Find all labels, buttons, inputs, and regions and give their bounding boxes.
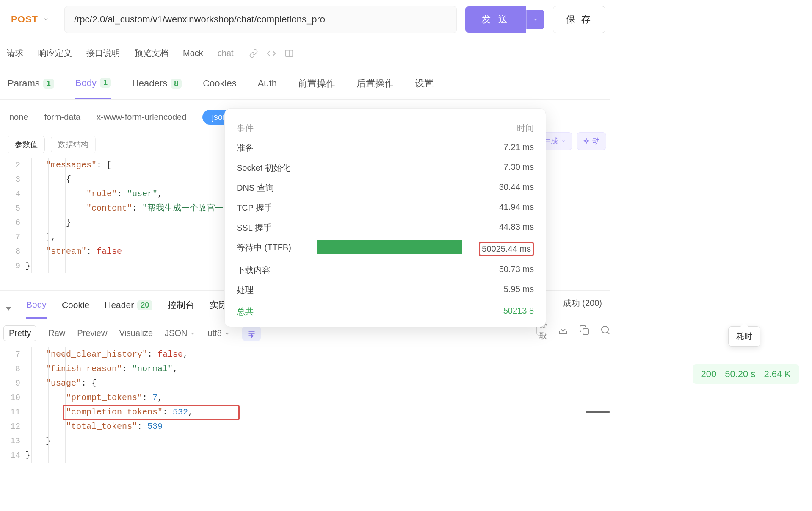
status-code: 200: [701, 369, 717, 380]
ttfb-bar: [317, 240, 462, 254]
resp-tab-console[interactable]: 控制台: [168, 299, 194, 319]
tab-api-desc[interactable]: 接口说明: [86, 46, 121, 61]
search-icon[interactable]: [600, 325, 611, 336]
tab-chat[interactable]: chat: [217, 47, 235, 60]
code-icon[interactable]: [267, 49, 276, 58]
subtab-body-label: Body: [75, 78, 97, 89]
timing-total-label: 总共: [237, 306, 254, 317]
timing-row-label: DNS 查询: [237, 182, 274, 194]
timing-row: TCP 握手41.94 ms: [237, 198, 534, 218]
request-url-input[interactable]: [64, 6, 457, 33]
timing-total-value: 50213.8: [503, 306, 534, 317]
timing-row: SSL 握手44.83 ms: [237, 218, 534, 238]
elapsed-tooltip: 耗时: [728, 326, 760, 347]
timing-row: Socket 初始化7.30 ms: [237, 158, 534, 178]
resp-tab-cookie[interactable]: Cookie: [62, 300, 89, 318]
subtab-params[interactable]: Params1: [8, 78, 54, 98]
minimap[interactable]: [607, 347, 610, 463]
params-badge: 1: [43, 79, 54, 89]
timing-row-value: 7.21 ms: [504, 142, 534, 154]
subtab-headers[interactable]: Headers8: [132, 78, 182, 98]
subtab-cookies[interactable]: Cookies: [203, 78, 236, 98]
resp-encoding-select[interactable]: utf8: [207, 328, 230, 338]
timing-hdr-event: 事件: [237, 122, 254, 134]
timing-row-value: 44.83 ms: [499, 222, 534, 233]
resp-format-select[interactable]: JSON: [165, 328, 196, 338]
timing-row: 处理5.95 ms: [237, 280, 534, 300]
timing-breakdown-popup: 事件时间 准备7.21 msSocket 初始化7.30 msDNS 查询30.…: [224, 108, 546, 327]
tab-request[interactable]: 请求: [6, 46, 25, 61]
response-body-editor[interactable]: 7891011121314 "need_clear_history": fals…: [0, 347, 610, 463]
svg-line-10: [608, 332, 609, 334]
response-status-summary: 成功 (200): [563, 297, 602, 309]
timing-row-label: 等待中 (TTFB): [237, 242, 291, 256]
auto-action-label: 动: [592, 136, 600, 146]
timing-row-value: 41.94 ms: [499, 202, 534, 214]
resp-tab-body[interactable]: Body: [26, 300, 47, 319]
resp-format-label: JSON: [165, 328, 187, 338]
collapse-response-icon[interactable]: [6, 307, 11, 311]
param-value-button[interactable]: 参数值: [8, 136, 45, 153]
resp-encoding-label: utf8: [207, 328, 221, 338]
timing-row: 等待中 (TTFB)50025.44 ms: [237, 238, 534, 260]
timing-row-value: 5.95 ms: [504, 284, 534, 296]
bodytype-none[interactable]: none: [9, 112, 28, 122]
resp-view-preview[interactable]: Preview: [77, 328, 107, 338]
resp-tab-header-label: Header: [105, 300, 134, 310]
save-button[interactable]: 保 存: [553, 6, 605, 33]
bodytype-form-data[interactable]: form-data: [44, 112, 81, 122]
subtab-headers-label: Headers: [132, 78, 167, 89]
method-label: POST: [11, 14, 38, 25]
header-badge: 20: [137, 300, 152, 310]
svg-rect-8: [583, 329, 588, 334]
status-size: 2.64 K: [764, 369, 791, 380]
tab-mock[interactable]: Mock: [182, 47, 204, 60]
tab-preview-doc[interactable]: 预览文档: [134, 46, 169, 61]
resp-view-visualize[interactable]: Visualize: [119, 328, 153, 338]
timing-row-value: 30.44 ms: [499, 182, 534, 194]
link-icon[interactable]: [249, 49, 258, 58]
body-badge: 1: [100, 78, 111, 88]
wrap-lines-button[interactable]: [242, 326, 261, 341]
subtab-params-label: Params: [8, 78, 40, 89]
timing-hdr-time: 时间: [517, 122, 534, 134]
download-icon[interactable]: [558, 325, 569, 336]
timing-row: DNS 查询30.44 ms: [237, 178, 534, 198]
svg-point-9: [602, 326, 608, 333]
timing-row-value: 7.30 ms: [504, 162, 534, 174]
bodytype-urlencoded[interactable]: x-www-form-urlencoded: [97, 112, 186, 122]
timing-row-label: 准备: [237, 142, 254, 154]
response-status-pill[interactable]: 200 50.20 s 2.64 K: [693, 364, 800, 384]
subtab-settings[interactable]: 设置: [415, 77, 434, 99]
timing-row-value: 50.73 ms: [499, 264, 534, 276]
chevron-down-icon: [42, 14, 49, 25]
send-button[interactable]: 发 送: [465, 6, 526, 33]
copy-icon[interactable]: [579, 325, 590, 336]
status-time: 50.20 s: [725, 369, 755, 380]
timing-row-label: TCP 握手: [237, 202, 273, 214]
timing-row-label: 下载内容: [237, 264, 271, 276]
subtab-post-request[interactable]: 后置操作: [356, 77, 394, 99]
timing-row-label: Socket 初始化: [237, 162, 290, 174]
headers-badge: 8: [171, 79, 182, 89]
auto-action-button[interactable]: 动: [577, 132, 606, 150]
timing-row: 准备7.21 ms: [237, 138, 534, 158]
http-method-select[interactable]: POST: [4, 9, 56, 30]
timing-row-label: 处理: [237, 284, 254, 296]
subtab-body[interactable]: Body1: [75, 78, 111, 99]
subtab-pre-request[interactable]: 前置操作: [298, 77, 335, 99]
timing-row-value: 50025.44 ms: [479, 242, 534, 256]
highlight-box: [63, 405, 240, 420]
timing-row: 下载内容50.73 ms: [237, 260, 534, 280]
minimap-marker: [586, 411, 610, 413]
panel-icon[interactable]: [284, 49, 294, 58]
resp-view-pretty[interactable]: Pretty: [3, 325, 36, 341]
subtab-auth[interactable]: Auth: [258, 78, 277, 98]
tab-response-def[interactable]: 响应定义: [37, 46, 73, 61]
data-structure-button[interactable]: 数据结构: [51, 136, 96, 153]
resp-view-raw[interactable]: Raw: [48, 328, 65, 338]
resp-tab-header[interactable]: Header20: [105, 300, 152, 318]
timing-row-label: SSL 握手: [237, 222, 272, 233]
send-dropdown-button[interactable]: [526, 10, 544, 29]
